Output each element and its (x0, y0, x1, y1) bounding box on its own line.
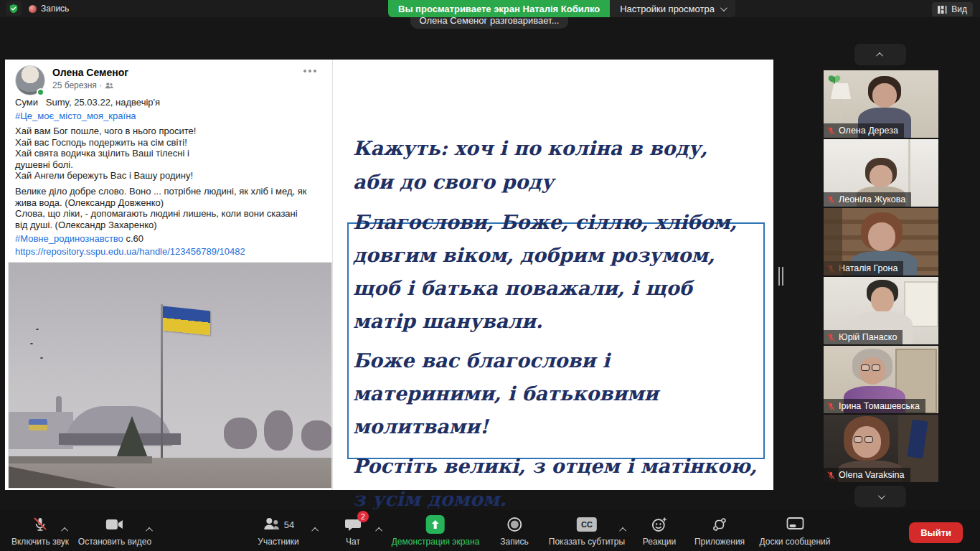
subtitles-menu-chevron[interactable] (621, 522, 626, 535)
post-link[interactable]: https://repository.sspu.edu.ua/handle/12… (15, 246, 245, 257)
mic-menu-chevron[interactable] (63, 522, 68, 535)
view-settings-label: Настройки просмотра (620, 4, 715, 14)
bird (36, 329, 39, 330)
bird (40, 357, 43, 359)
participant-tile[interactable]: Olena Varaksina (824, 415, 938, 482)
participants-icon (263, 517, 281, 532)
mic-muted-icon (826, 195, 836, 204)
participant-name-tag: Леоніла Жукова (824, 192, 911, 207)
chevron-down-icon (720, 4, 727, 11)
apps-button[interactable]: Приложения (694, 515, 745, 547)
participant-name-tag: Наталія Грона (824, 261, 903, 276)
security-shield-icon[interactable] (6, 1, 22, 16)
unmute-label: Включить звук (11, 537, 69, 547)
ukrainian-flag (163, 306, 210, 336)
reactions-label: Реакции (643, 537, 676, 547)
mic-muted-icon (826, 471, 836, 480)
participants-panel: Олена Дереза Леоніла Жукова Наталі (824, 70, 938, 482)
chat-menu-chevron[interactable] (377, 522, 382, 535)
mic-muted-icon (826, 264, 836, 273)
post-location-line: Суми Sumy, 25.03.22, надвечір'я (15, 97, 160, 108)
post-date: 25 березня · (52, 80, 102, 90)
participants-scroll-down-button[interactable] (854, 486, 906, 507)
whiteboard-icon (786, 517, 804, 532)
share-screen-label: Демонстрация экрана (392, 537, 480, 547)
participant-tile[interactable]: Олена Дереза (824, 70, 938, 138)
recording-dot-icon (29, 5, 37, 13)
unmute-button[interactable]: Включить звук (11, 515, 69, 547)
ukraine-emblem-mural (29, 419, 47, 430)
chat-button[interactable]: 2 Чат (344, 515, 362, 547)
participant-name: Наталія Грона (839, 263, 897, 273)
record-button[interactable]: Запись (500, 515, 528, 547)
post-more-icon[interactable] (303, 70, 316, 72)
subtitles-label: Показать субтитры (549, 537, 625, 547)
reactions-smiley-icon (651, 516, 668, 533)
shared-screen: Олена Семеног 25 березня · Суми Sumy, 25… (5, 60, 773, 490)
facebook-post: Олена Семеног 25 березня · Суми Sumy, 25… (5, 60, 332, 490)
panel-resize-handle[interactable] (778, 267, 785, 286)
participant-name: Ірина Томашевська (839, 401, 920, 411)
participant-name-tag: Ірина Томашевська (824, 399, 925, 413)
record-icon (506, 516, 523, 533)
record-label: Запись (500, 537, 528, 547)
mic-muted-icon (826, 402, 836, 411)
whiteboards-button[interactable]: Доски сообщений (759, 515, 830, 547)
participants-label: Участники (258, 537, 298, 547)
slide-blessing-text: Благослови, Боже, сіллю, хлібом, довгим … (353, 206, 759, 522)
view-settings-button[interactable]: Настройки просмотра (610, 0, 735, 17)
camera-icon (105, 517, 124, 532)
top-bar: Запись Олена Семеног разговаривает... Вы… (0, 0, 980, 17)
participant-tile[interactable]: Ірина Томашевська (824, 346, 938, 413)
share-screen-button[interactable]: Демонстрация экрана (392, 515, 480, 547)
stop-video-label: Остановить видео (78, 537, 151, 547)
view-button[interactable]: Вид (932, 2, 973, 17)
presentation-slide: Кажуть: хоч і по коліна в воду, аби до с… (333, 60, 773, 490)
stop-video-button[interactable]: Остановить видео (78, 515, 151, 547)
participant-name: Леоніла Жукова (839, 194, 905, 204)
post-hashtag-suffix: с.60 (123, 233, 143, 244)
view-button-label: Вид (951, 4, 967, 14)
reactions-button[interactable]: Реакции (643, 515, 676, 547)
bare-tree (301, 420, 332, 451)
participants-count: 54 (284, 519, 294, 530)
participant-tile[interactable]: Леоніла Жукова (824, 139, 938, 207)
bare-tree (264, 410, 293, 451)
mic-muted-icon (32, 516, 49, 533)
slide-blessing-2: Боже вас благослови і материними, і бать… (353, 344, 759, 443)
zoom-meeting-window: Запись Олена Семеног разговаривает... Вы… (0, 0, 980, 551)
grid-view-icon (938, 6, 947, 14)
cc-icon: CC (577, 517, 597, 532)
evergreen-tree (116, 416, 148, 458)
chat-unread-badge: 2 (357, 511, 369, 522)
slide-intro-text: Кажуть: хоч і по коліна в воду, аби до с… (353, 131, 749, 199)
participant-name-tag: Олена Дереза (824, 123, 904, 138)
post-photo-flag-square[interactable] (8, 262, 332, 489)
participant-tile[interactable]: Юрій Панаско (824, 277, 938, 344)
post-hashtag-city[interactable]: #Це_моє_місто_моя_країна (15, 110, 136, 121)
leave-button[interactable]: Выйти (909, 522, 963, 543)
post-hashtag-book[interactable]: #Мовне_родинознавство (15, 233, 123, 244)
whiteboards-label: Доски сообщений (759, 537, 830, 547)
chat-label: Чат (346, 537, 360, 547)
slide-blessing-3: Ростіть великі, з отцем і матінкою, з ус… (353, 450, 759, 516)
post-quote-text: Велике діло добре слово. Воно ... потріб… (15, 186, 306, 230)
chevron-up-icon (876, 52, 883, 59)
participants-scroll-up-button[interactable] (854, 44, 906, 65)
share-screen-icon (426, 515, 445, 534)
participant-tile[interactable]: Наталія Грона (824, 208, 938, 276)
subtitles-button[interactable]: CC Показать субтитры (549, 515, 625, 547)
participant-name: Олена Дереза (839, 126, 898, 136)
plaza-steps (9, 456, 152, 463)
participants-button[interactable]: 54 Участники (258, 515, 298, 547)
participant-name: Юрій Панаско (839, 332, 897, 342)
participant-name-tag: Юрій Панаско (824, 330, 903, 344)
post-author[interactable]: Олена Семеног (52, 67, 128, 78)
participants-menu-chevron[interactable] (314, 522, 319, 535)
participant-name-tag: Olena Varaksina (824, 468, 910, 482)
video-menu-chevron[interactable] (148, 522, 153, 535)
apps-icon (711, 516, 728, 533)
participant-name: Olena Varaksina (839, 470, 905, 480)
friends-audience-icon (105, 82, 113, 89)
online-presence-dot (37, 88, 44, 96)
